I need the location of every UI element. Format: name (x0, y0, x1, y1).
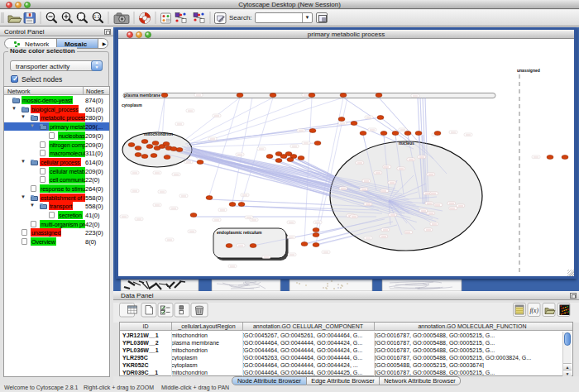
svg-text:1:1: 1:1 (94, 14, 100, 19)
svg-text:endoplasmic reticulum: endoplasmic reticulum (217, 230, 262, 235)
svg-text:plasma membrane: plasma membrane (124, 93, 160, 98)
svg-text:unassigned: unassigned (517, 68, 540, 73)
svg-text:f(x): f(x) (530, 307, 539, 314)
svg-text:nucleus: nucleus (399, 141, 414, 146)
svg-text:cytoplasm: cytoplasm (122, 103, 142, 108)
svg-text:mitochondrion: mitochondrion (144, 131, 173, 136)
